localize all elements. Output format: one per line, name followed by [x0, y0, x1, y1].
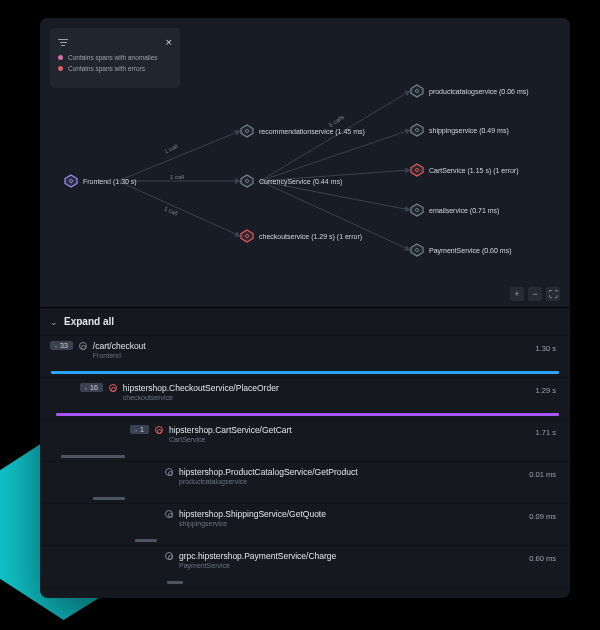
span-title: grpc.hipstershop.PaymentService/Charge — [179, 551, 336, 561]
node-email[interactable]: emailservice (0.71 ms) — [410, 203, 499, 217]
waterfall-panel: ⌄ Expand all ›33/cart/checkoutFrontend1.… — [40, 308, 570, 588]
node-currency[interactable]: CurrencyService (0.44 ms) — [240, 174, 342, 188]
span-count-badge[interactable]: ›1 — [130, 425, 149, 434]
svg-line-2 — [118, 181, 240, 236]
zoom-in-button[interactable]: + — [510, 287, 524, 301]
hex-icon — [240, 229, 254, 243]
node-label: CurrencyService (0.44 ms) — [259, 178, 342, 185]
span-count-badge[interactable]: ›33 — [50, 341, 73, 350]
service-map-panel: × Contains spans with anomaliesContains … — [40, 18, 570, 308]
span-duration: 1.30 s — [536, 344, 556, 353]
span-title: hipstershop.CheckoutService/PlaceOrder — [123, 383, 279, 393]
hex-icon — [410, 203, 424, 217]
edge-label: 1 call — [170, 174, 184, 180]
node-label: Frontend (1.30 s) — [83, 178, 137, 185]
span-title: hipstershop.ShippingService/GetQuote — [179, 509, 326, 519]
span-bar-track — [40, 371, 570, 374]
span-service: Frontend — [93, 352, 146, 359]
span-bar-fill — [135, 539, 156, 542]
filter-panel: × Contains spans with anomaliesContains … — [50, 28, 180, 88]
hex-icon — [410, 84, 424, 98]
zoom-controls: + − ⛶ — [510, 287, 560, 301]
legend-text: Contains spans with errors — [68, 65, 145, 72]
trace-window: × Contains spans with anomaliesContains … — [40, 18, 570, 598]
span-bar-track — [40, 455, 570, 458]
span-title: hipstershop.CartService/GetCart — [169, 425, 292, 435]
legend-dot — [58, 66, 63, 71]
hex-icon — [410, 163, 424, 177]
span-service: shippingservice — [179, 520, 326, 527]
span-row[interactable]: grpc.hipstershop.PaymentService/ChargePa… — [40, 546, 570, 588]
span-duration: 0.09 ms — [529, 512, 556, 521]
span-type-icon — [165, 552, 173, 560]
span-row[interactable]: ›1hipstershop.CartService/GetCartCartSer… — [40, 420, 570, 462]
legend-dot — [58, 55, 63, 60]
node-checkout[interactable]: checkoutservice (1.29 s) (1 error) — [240, 229, 362, 243]
zoom-fit-button[interactable]: ⛶ — [546, 287, 560, 301]
node-label: PaymentService (0.60 ms) — [429, 247, 511, 254]
node-shipping[interactable]: shippingservice (0.49 ms) — [410, 123, 509, 137]
expand-all-row[interactable]: ⌄ Expand all — [40, 308, 570, 336]
span-row[interactable]: hipstershop.ProductCatalogService/GetPro… — [40, 462, 570, 504]
span-service: checkoutservice — [123, 394, 279, 401]
hex-icon — [410, 123, 424, 137]
hex-icon — [64, 174, 78, 188]
node-payment[interactable]: PaymentService (0.60 ms) — [410, 243, 511, 257]
span-service: productcatalogservice — [179, 478, 358, 485]
span-bar-fill — [61, 455, 125, 458]
span-duration: 1.71 s — [536, 428, 556, 437]
legend-item: Contains spans with errors — [58, 65, 172, 72]
span-service: CartService — [169, 436, 292, 443]
span-type-icon — [165, 510, 173, 518]
node-productcatalog[interactable]: productcatalogservice (0.06 ms) — [410, 84, 529, 98]
span-title: hipstershop.ProductCatalogService/GetPro… — [179, 467, 358, 477]
node-label: recommendationservice (1.45 ms) — [259, 128, 365, 135]
hex-icon — [240, 174, 254, 188]
span-row[interactable]: ›33/cart/checkoutFrontend1.30 s — [40, 336, 570, 378]
node-frontend[interactable]: Frontend (1.30 s) — [64, 174, 137, 188]
span-type-icon — [165, 468, 173, 476]
span-bar-track — [40, 413, 570, 416]
span-type-icon — [79, 342, 87, 350]
hex-icon — [240, 124, 254, 138]
span-bar-track — [40, 539, 570, 542]
span-duration: 1.29 s — [536, 386, 556, 395]
span-title: /cart/checkout — [93, 341, 146, 351]
node-label: CartService (1.15 s) (1 error) — [429, 167, 518, 174]
filter-icon[interactable] — [58, 38, 68, 46]
span-bar-fill — [93, 497, 125, 500]
node-label: productcatalogservice (0.06 ms) — [429, 88, 529, 95]
node-label: checkoutservice (1.29 s) (1 error) — [259, 233, 362, 240]
span-bar-track — [40, 581, 570, 584]
node-label: emailservice (0.71 ms) — [429, 207, 499, 214]
span-bar-fill — [167, 581, 183, 584]
span-type-icon — [155, 426, 163, 434]
node-label: shippingservice (0.49 ms) — [429, 127, 509, 134]
chevron-down-icon: ⌄ — [50, 317, 58, 327]
span-row[interactable]: ›16hipstershop.CheckoutService/PlaceOrde… — [40, 378, 570, 420]
span-duration: 0.01 ms — [529, 470, 556, 479]
zoom-out-button[interactable]: − — [528, 287, 542, 301]
span-row[interactable]: hipstershop.ShippingService/GetQuoteship… — [40, 504, 570, 546]
node-cart[interactable]: CartService (1.15 s) (1 error) — [410, 163, 518, 177]
node-recommendation[interactable]: recommendationservice (1.45 ms) — [240, 124, 365, 138]
span-count-badge[interactable]: ›16 — [80, 383, 103, 392]
span-bar-fill — [51, 371, 560, 374]
legend-item: Contains spans with anomalies — [58, 54, 172, 61]
expand-all-label: Expand all — [64, 316, 114, 327]
span-bar-fill — [56, 413, 560, 416]
span-type-icon — [109, 384, 117, 392]
span-duration: 0.60 ms — [529, 554, 556, 563]
span-service: PaymentService — [179, 562, 336, 569]
close-icon[interactable]: × — [166, 36, 172, 48]
hex-icon — [410, 243, 424, 257]
span-bar-track — [40, 497, 570, 500]
legend-text: Contains spans with anomalies — [68, 54, 158, 61]
